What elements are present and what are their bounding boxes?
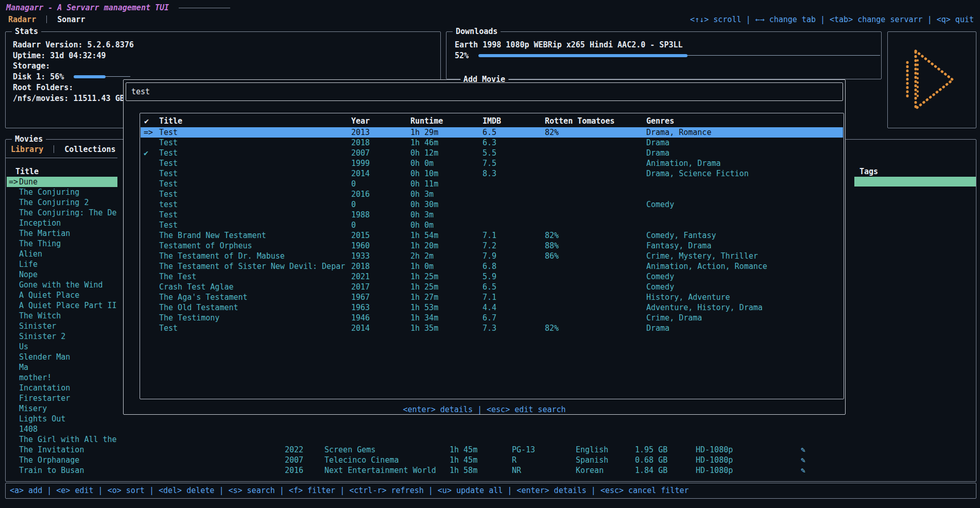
movie-list-item[interactable]: mother! — [7, 372, 117, 383]
movie-list-item[interactable]: Sinister — [7, 321, 117, 331]
cell-year: 2022 — [285, 445, 303, 455]
movie-list-item[interactable]: Ma — [7, 362, 117, 372]
cell-runtime: 2h 2m — [410, 251, 434, 261]
search-result-row[interactable]: Test 2014 1h 35m 7.3 82% Drama — [141, 323, 843, 333]
movie-list-item[interactable]: Slender Man — [7, 352, 117, 362]
cell-genres: Comedy — [646, 282, 674, 292]
movie-list-item[interactable]: The Conjuring 2 — [7, 197, 117, 208]
tab-radarr[interactable]: Radarr — [8, 15, 36, 24]
movie-list-item[interactable]: Us — [7, 342, 117, 352]
search-result-row[interactable]: Test 2018 1h 46m 6.3 Drama — [141, 138, 843, 148]
movie-title: Nope — [19, 269, 38, 280]
search-result-row[interactable]: The Aga's Testament 1967 1h 27m 7.1 Hist… — [141, 292, 843, 302]
search-result-row[interactable]: Test 1999 0h 0m 7.5 Animation, Drama — [141, 158, 843, 168]
movie-title: Misery — [19, 403, 47, 414]
edit-icon: ✎ — [801, 445, 805, 455]
movie-list-item[interactable]: 1408 — [7, 424, 117, 434]
search-result-row[interactable]: test 0 0h 30m Comedy — [141, 199, 843, 210]
movie-list-item[interactable]: => Dune — [7, 177, 117, 187]
selection-marker — [7, 372, 19, 383]
cell-genres: Animation, Drama — [646, 158, 721, 168]
movie-list-item[interactable]: Life — [7, 259, 117, 269]
cell-genres: Drama, Science Fiction — [646, 168, 749, 179]
search-result-row[interactable]: => Test 2013 1h 29m 6.5 82% Drama, Roman… — [141, 127, 843, 138]
selection-marker — [7, 393, 19, 403]
cell-year: 0 — [351, 179, 356, 189]
cell-runtime: 1h 35m — [410, 323, 438, 333]
cell-title: Test — [159, 158, 178, 168]
search-result-row[interactable]: Test 2016 0h 3m — [141, 189, 843, 199]
movie-list-item[interactable]: The Witch — [7, 311, 117, 321]
radarr-logo-icon — [899, 46, 965, 114]
movie-list-item[interactable]: A Quiet Place — [7, 290, 117, 300]
search-result-row[interactable]: The Testimony 1946 1h 34m 6.7 Crime, Dra… — [141, 313, 843, 323]
cell-runtime: 1h 0m — [410, 261, 434, 272]
movie-list-item[interactable]: Firestarter — [7, 393, 117, 403]
movie-list-item[interactable]: A Quiet Place Part II — [7, 300, 117, 311]
movie-title: Sinister 2 — [19, 331, 65, 342]
movie-list-item[interactable]: Lights Out — [7, 414, 117, 424]
movie-list-item[interactable]: The Thing — [7, 239, 117, 249]
movie-list-item[interactable]: Misery — [7, 403, 117, 414]
cell-rotten-tomatoes: 82% — [545, 127, 559, 138]
movie-list-item[interactable]: Gone with the Wind — [7, 280, 117, 290]
movie-list-item[interactable]: Nope — [7, 269, 117, 280]
tags-column-header: Tags — [859, 166, 878, 177]
search-result-row[interactable]: Crash Test Aglae 2017 1h 25m 6.5 Comedy — [141, 282, 843, 292]
downloads-panel: Downloads Earth 1998 1080p WEBRip x265 H… — [446, 31, 882, 79]
movie-list-item[interactable]: The Conjuring: The De — [7, 208, 117, 218]
movie-list-item[interactable]: The Girl with All the — [7, 434, 117, 445]
search-result-row[interactable]: The Testament of Sister New Devil: Depar… — [141, 261, 843, 272]
row-marker: ✔ — [144, 148, 148, 158]
cell-genres: Adventure, History, Drama — [646, 302, 763, 313]
app-title: Managarr - A Servarr management TUI — [6, 3, 169, 12]
library-row[interactable]: 2007 Telecinco Cinema 1h 45m R Spanish 0… — [7, 455, 975, 465]
search-result-row[interactable]: Testament of Orpheus 1960 1h 20m 7.2 88%… — [141, 241, 843, 251]
movie-list-item[interactable]: Sinister 2 — [7, 331, 117, 342]
disk-usage-gauge — [74, 75, 130, 78]
cell-title: Test — [159, 189, 178, 199]
search-result-row[interactable]: The Old Testament 1963 1h 53m 4.4 Advent… — [141, 302, 843, 313]
cell-title: test — [159, 199, 178, 210]
search-result-row[interactable]: The Testament of Dr. Mabuse 1933 2h 2m 7… — [141, 251, 843, 261]
download-progress-gauge — [478, 54, 880, 57]
movie-list-item[interactable]: Inception — [7, 218, 117, 228]
selection-marker — [7, 321, 19, 331]
managarr-app: Managarr - A Servarr management TUI Rada… — [0, 0, 980, 508]
cell-title: Test — [159, 168, 178, 179]
movie-list-item[interactable]: The Conjuring — [7, 187, 117, 197]
movie-title: Slender Man — [19, 352, 70, 362]
cell-genres: Comedy — [646, 272, 674, 282]
movie-list-item[interactable]: Incantation — [7, 383, 117, 393]
selection-marker — [7, 187, 19, 197]
tab-sonarr[interactable]: Sonarr — [57, 15, 85, 24]
cell-runtime: 1h 45m — [450, 445, 477, 455]
movie-title: The Martian — [19, 228, 70, 239]
search-result-row[interactable]: ✔ Test 2007 0h 12m 5.5 Drama — [141, 148, 843, 158]
movie-search-input[interactable]: test — [126, 82, 843, 101]
cell-genres: Fantasy, Drama — [646, 241, 711, 251]
movie-list-item[interactable]: The Martian — [7, 228, 117, 239]
cell-genres: Drama — [646, 138, 669, 148]
library-row[interactable]: 2016 Next Entertainment World 1h 58m NR … — [7, 465, 975, 476]
search-result-row[interactable]: Test 0 0h 11m — [141, 179, 843, 189]
cell-title: The Testament of Dr. Mabuse — [159, 251, 285, 261]
search-input-value: test — [131, 87, 150, 96]
search-result-row[interactable]: The Test 2021 1h 25m 5.9 Comedy — [141, 272, 843, 282]
cell-year: 2015 — [351, 230, 370, 241]
selection-marker — [7, 269, 19, 280]
search-result-row[interactable]: Test 0 0h 0m — [141, 220, 843, 230]
cell-genres: Drama, Romance — [646, 127, 711, 138]
gauge-fill — [74, 75, 106, 78]
tab-library[interactable]: Library — [11, 145, 43, 154]
cell-language: Korean — [576, 465, 604, 476]
search-result-row[interactable]: Test 1988 0h 3m — [141, 210, 843, 220]
library-row[interactable]: 2022 Screen Gems 1h 45m PG-13 English 1.… — [7, 445, 975, 455]
movie-title: Sinister — [19, 321, 56, 331]
tab-collections[interactable]: Collections — [64, 145, 115, 154]
search-result-row[interactable]: The Brand New Testament 2015 1h 54m 7.1 … — [141, 230, 843, 241]
selection-marker — [7, 280, 19, 290]
search-result-row[interactable]: Test 2014 0h 10m 8.3 Drama, Science Fict… — [141, 168, 843, 179]
movie-list-item[interactable]: Alien — [7, 249, 117, 259]
add-movie-modal: Add Movie test ✔ Title Year Runtime IMDB… — [123, 79, 846, 415]
